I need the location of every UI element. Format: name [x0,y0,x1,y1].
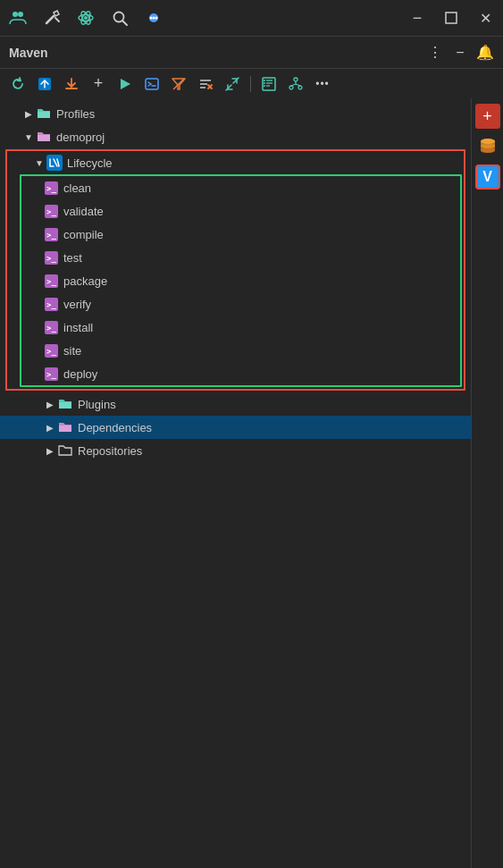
dependencies-folder-icon [57,419,73,435]
panel-main: ▶ Profiles ▼ demoproj ▼ [0,98,503,868]
tree-item-site[interactable]: >_ site [21,339,460,362]
more-dots-icon[interactable] [145,9,163,27]
tree-item-package[interactable]: >_ package [21,269,460,292]
svg-point-7 [84,16,88,20]
sync-button[interactable] [34,73,55,95]
atom-icon[interactable] [77,9,95,27]
deploy-terminal-icon: >_ [43,366,59,382]
svg-point-0 [13,12,18,17]
refresh-button[interactable] [7,73,29,95]
sidebar-db-icon[interactable] [475,134,500,159]
svg-line-9 [123,21,128,26]
title-minimize-icon[interactable]: − [451,44,469,62]
tree-item-plugins[interactable]: ▶ Plugins [0,392,471,416]
verify-terminal-icon: >_ [43,296,59,312]
svg-text:>_: >_ [46,254,56,263]
tree-item-compile[interactable]: >_ compile [21,223,460,246]
plugins-label: Plugins [78,398,116,411]
svg-line-2 [46,16,54,23]
tree-item-deploy[interactable]: >_ deploy [21,362,460,385]
package-terminal-icon: >_ [43,273,59,289]
open-in-editor-button[interactable] [258,73,280,95]
repositories-folder-icon [57,442,73,459]
compile-terminal-icon: >_ [43,226,59,242]
tree-item-profiles[interactable]: ▶ Profiles [0,102,471,125]
expand-profiles-arrow[interactable]: ▶ [21,106,36,121]
package-label: package [63,274,107,288]
clear-button[interactable] [195,73,216,95]
tools-icon[interactable] [43,9,61,27]
tree-item-repositories[interactable]: ▶ Repositories [0,439,471,462]
site-terminal-icon: >_ [43,342,59,358]
expand-plugins-arrow[interactable]: ▶ [43,397,57,411]
search-icon[interactable] [111,9,129,27]
more-options-button[interactable]: ••• [312,73,333,95]
expand-demoproj-arrow[interactable]: ▼ [21,130,36,144]
add-button[interactable]: + [88,73,109,95]
tree-item-clean[interactable]: >_ clean [21,176,460,199]
lifecycle-folder-icon [46,155,63,171]
svg-marker-18 [121,79,130,89]
svg-point-38 [289,86,293,89]
users-icon[interactable] [9,9,27,27]
tree-item-demoproj[interactable]: ▼ demoproj [0,125,471,148]
tree-item-dependencies[interactable]: ▶ Dependencies [0,416,471,439]
v-button[interactable]: V [475,164,500,190]
demoproj-label: demoproj [56,131,105,144]
demoproj-folder-icon [36,129,52,145]
expand-lifecycle-arrow[interactable]: ▼ [32,156,46,170]
clean-terminal-icon: >_ [43,180,59,196]
notification-bell-icon[interactable]: 🔔 [476,44,494,61]
plugins-folder-icon [57,396,73,412]
terminal-button[interactable] [141,73,163,95]
close-window-icon[interactable]: ✕ [476,9,494,27]
run-button[interactable] [114,73,136,95]
profiles-folder-icon [36,105,52,122]
verify-label: verify [63,298,91,311]
lifecycle-red-border: ▼ Lifecycle [5,149,465,391]
install-terminal-icon: >_ [43,319,59,335]
deploy-label: deploy [63,367,97,381]
svg-point-12 [153,17,155,20]
lifecycle-children-green-border: >_ clean >_ validate [20,174,462,387]
maven-tree: ▶ Profiles ▼ demoproj ▼ [0,98,471,868]
svg-point-13 [155,17,158,20]
restore-window-icon[interactable] [442,9,460,27]
site-label: site [63,344,81,358]
svg-point-36 [264,85,265,87]
minimize-window-icon[interactable]: − [408,9,426,27]
svg-point-11 [150,17,153,20]
install-label: install [63,321,93,334]
top-icon-bar: − ✕ [0,0,503,36]
right-sidebar: + V [471,98,503,868]
tree-item-test[interactable]: >_ test [21,246,460,269]
svg-line-3 [55,18,59,21]
expand-dependencies-arrow[interactable]: ▶ [43,420,57,434]
svg-text:>_: >_ [46,300,56,309]
test-terminal-icon: >_ [43,249,59,265]
filter-off-button[interactable] [168,73,189,95]
test-label: test [63,251,82,265]
download-button[interactable] [61,73,82,95]
expand-repositories-arrow[interactable]: ▶ [43,443,57,458]
svg-text:>_: >_ [46,184,56,193]
hierarchy-button[interactable] [285,73,306,95]
tree-item-install[interactable]: >_ install [21,316,460,339]
tree-item-validate[interactable]: >_ validate [21,199,460,223]
profiles-label: Profiles [56,107,95,121]
tree-item-lifecycle[interactable]: ▼ Lifecycle [7,151,464,174]
svg-point-34 [264,80,265,81]
title-bar: Maven ⋮ − 🔔 [0,36,503,68]
expand-all-button[interactable] [222,73,243,95]
clean-label: clean [63,181,91,195]
svg-text:>_: >_ [46,277,56,286]
title-more-icon[interactable]: ⋮ [426,44,444,62]
lifecycle-label: Lifecycle [67,156,113,170]
tree-item-verify[interactable]: >_ verify [21,292,460,316]
title-actions: ⋮ − 🔔 [426,44,494,62]
sidebar-add-icon[interactable]: + [475,104,500,129]
svg-text:>_: >_ [46,370,56,379]
svg-line-22 [173,79,184,89]
toolbar-separator [250,76,251,92]
validate-terminal-icon: >_ [43,203,59,219]
